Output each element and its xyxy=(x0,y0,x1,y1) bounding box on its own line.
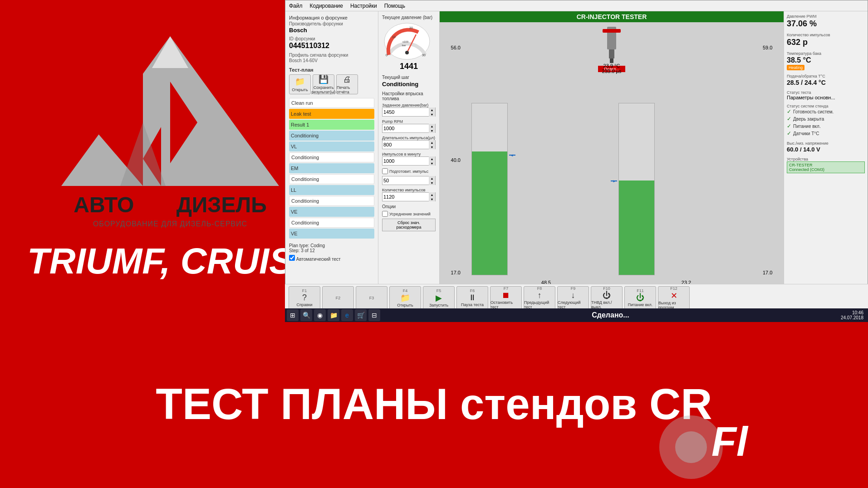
per-min-down[interactable]: ▼ xyxy=(429,161,435,166)
prep-down[interactable]: ▼ xyxy=(429,181,435,185)
f6-button[interactable]: F6 ⏸ Пауза теста xyxy=(456,286,488,310)
voltage-value: 60.0 / 14.0 V xyxy=(787,146,865,153)
exit-icon: ✕ xyxy=(671,291,677,301)
profile-value: Bosch 14-60V xyxy=(289,58,374,63)
bar-chart-area: 56.0 40.0 17.0 xyxy=(444,45,779,275)
f8-key: F8 xyxy=(537,286,542,291)
avg-label: Усреднение значений xyxy=(389,212,431,216)
save-button[interactable]: 💾 Сохранить результат(ы) xyxy=(313,74,334,94)
auto-test-check[interactable] xyxy=(289,255,295,261)
check-icon-2: ✓ xyxy=(787,116,791,122)
rpm-up[interactable]: ▲ xyxy=(429,124,435,128)
rpm-down[interactable]: ▼ xyxy=(429,128,435,133)
menu-help[interactable]: Помощь xyxy=(384,3,405,9)
prep-up[interactable]: ▲ xyxy=(429,176,435,181)
test-plan-title: Тест-план xyxy=(289,67,374,73)
list-item-ll[interactable]: LL xyxy=(289,185,374,195)
pressure-input-row: ▲ ▼ xyxy=(382,107,436,117)
pressure-down[interactable]: ▼ xyxy=(429,112,435,117)
y-axis-right: 59.0 17.0 xyxy=(761,45,779,275)
bench-status-label: Статус систем стенда xyxy=(787,104,865,108)
bench-label-1: Готовность систем. xyxy=(793,109,834,114)
start-button[interactable]: ⊞ xyxy=(287,309,299,321)
file-explorer-icon[interactable]: 📁 xyxy=(328,309,339,321)
cortana-icon[interactable]: ◉ xyxy=(314,309,326,321)
f11-label: Питание вкл. xyxy=(628,303,653,307)
print-button[interactable]: 🖨 Печать отчёта xyxy=(336,74,358,94)
f7-button[interactable]: F7 ⏹ Остановить тест xyxy=(490,286,522,310)
brand-text: TRIUMF, CRUISE xyxy=(27,240,318,282)
list-item-conditioning5[interactable]: Conditioning xyxy=(289,218,374,228)
temp-stat-label: Температура бака xyxy=(787,51,865,56)
list-item-conditioning1[interactable]: Conditioning xyxy=(289,131,374,141)
app1-icon[interactable]: 🛒 xyxy=(355,309,367,321)
list-item-ve1[interactable]: VE xyxy=(289,207,374,217)
menu-file[interactable]: Файл xyxy=(289,3,303,9)
duration-up[interactable]: ▲ xyxy=(429,140,435,145)
list-item-clean-run[interactable]: Clean run xyxy=(289,98,374,108)
app2-icon[interactable]: ⊟ xyxy=(368,309,380,321)
f4-button[interactable]: F4 📁 Открыть xyxy=(389,286,421,310)
list-item-conditioning2[interactable]: Conditioning xyxy=(289,152,374,162)
duration-input[interactable] xyxy=(383,142,429,147)
f9-button[interactable]: F9 ↓ Следующий тест xyxy=(557,286,589,310)
f12-button[interactable]: F12 ✕ Выход из програм. xyxy=(658,286,690,310)
bottom-toolbar: F1 ? Справки F2 F3 F4 📁 Открыть F5 ▶ Зап… xyxy=(285,284,868,311)
pwm-value: 37.06 % xyxy=(787,19,865,29)
prep-label: Подготовит. импульс xyxy=(389,169,428,174)
auto-test-checkbox[interactable]: Автоматический тест xyxy=(289,255,374,262)
open-button[interactable]: 📁 Открыть xyxy=(289,74,311,94)
menu-settings[interactable]: Настройки xyxy=(350,3,377,9)
menu-bar: Файл Кодирование Настройки Помощь xyxy=(285,0,868,11)
count-input[interactable] xyxy=(383,194,429,200)
reset-btn[interactable]: Сброс знач. расходомера xyxy=(382,219,436,231)
y-right-59: 59.0 xyxy=(763,45,779,50)
pressure-input[interactable] xyxy=(383,109,429,115)
duration-down[interactable]: ▼ xyxy=(429,145,435,149)
list-item-result1[interactable]: Result 1 xyxy=(289,120,374,130)
edge-icon[interactable]: e xyxy=(341,309,353,321)
prep-checkbox[interactable] xyxy=(382,168,388,174)
list-item-vl[interactable]: VL xyxy=(289,142,374,151)
count-input-row: ▲ ▼ xyxy=(382,192,436,201)
search-taskbar-icon[interactable]: 🔍 xyxy=(300,309,312,321)
avg-checkbox[interactable] xyxy=(382,211,388,217)
f11-button[interactable]: F11 ⏻ Питание вкл. xyxy=(624,286,656,310)
count-up[interactable]: ▲ xyxy=(429,192,435,197)
pressure-up[interactable]: ▲ xyxy=(429,107,435,112)
bar2-fill xyxy=(619,181,654,275)
pwm-label: Давление PWM xyxy=(787,14,865,19)
f8-button[interactable]: F8 ↑ Предыдущий тест xyxy=(524,286,555,310)
list-item-leak-test[interactable]: Leak test xyxy=(289,109,374,119)
check-icon-1: ✓ xyxy=(787,108,791,115)
prep-input[interactable] xyxy=(383,178,429,183)
f1-label: Справки xyxy=(296,303,312,307)
f1-button[interactable]: F1 ? Справки xyxy=(289,286,320,310)
f5-button[interactable]: F5 ▶ Запустить xyxy=(423,286,455,310)
open-folder-icon: 📁 xyxy=(400,293,410,303)
list-item-em[interactable]: EM xyxy=(289,163,374,173)
per-min-input[interactable] xyxy=(383,158,429,164)
injector-info-title: Информация о форсунке xyxy=(289,15,374,20)
f2-key: F2 xyxy=(336,296,341,300)
menu-coding[interactable]: Кодирование xyxy=(310,3,343,9)
list-item-conditioning4[interactable]: Conditioning xyxy=(289,196,374,206)
logo-area: АВТОТЕХДИЗЕЛЬ ОБОРУДОВАНИЕ ДЛЯ ДИЗЕЛЬ-СЕ… xyxy=(52,27,288,228)
test-status-label: Статус теста xyxy=(787,90,865,95)
list-item-ve2[interactable]: VE xyxy=(289,229,374,239)
list-item-conditioning3[interactable]: Conditioning xyxy=(289,174,374,184)
print-icon: 🖨 xyxy=(343,75,351,84)
f3-button[interactable]: F3 xyxy=(356,286,387,310)
rpm-input[interactable] xyxy=(383,126,429,131)
f10-button[interactable]: F10 ⏻ ТНВД вкл./выкл. xyxy=(591,286,623,310)
per-min-up[interactable]: ▲ xyxy=(429,156,435,161)
count-down[interactable]: ▼ xyxy=(429,197,435,201)
visualization-area: Подкл... 23.9 °C 233.0 µs 56.0 40.0 17.0 xyxy=(440,22,784,289)
device-name: CR-TESTER xyxy=(789,163,863,167)
f5-label: Запустить xyxy=(429,303,448,307)
f2-button[interactable]: F2 xyxy=(322,286,354,310)
duration-label: Длительность импульса(µл) xyxy=(382,136,436,140)
f6-label: Пауза теста xyxy=(461,303,484,307)
bench-status-group: Статус систем стенда ✓ Готовность систем… xyxy=(787,104,865,137)
svg-text:10: 10 xyxy=(392,35,396,39)
